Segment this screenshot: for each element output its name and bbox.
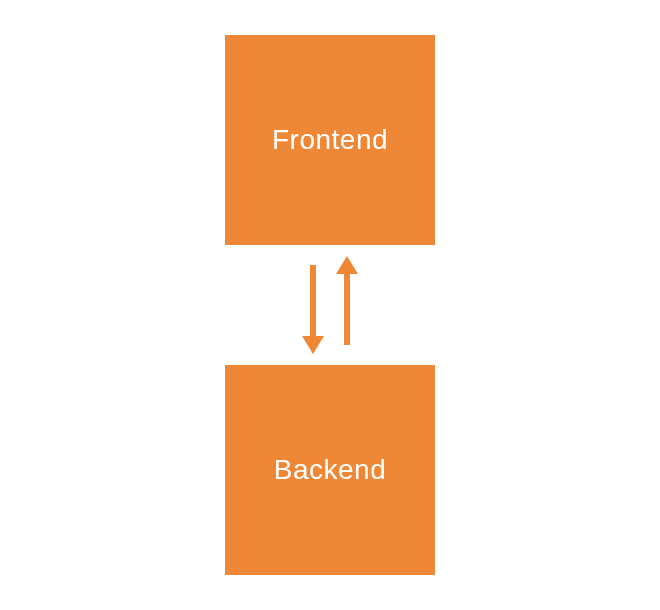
backend-box: Backend — [225, 365, 435, 575]
arrow-up-icon — [343, 258, 351, 352]
bidirectional-arrows — [225, 245, 435, 365]
arrow-down-shaft — [310, 265, 316, 345]
arrow-up-shaft — [344, 265, 350, 345]
frontend-label: Frontend — [272, 124, 388, 156]
frontend-box: Frontend — [225, 35, 435, 245]
arrow-down-head — [302, 336, 324, 354]
arrow-down-icon — [309, 258, 317, 352]
backend-label: Backend — [274, 454, 386, 486]
arrow-up-head — [336, 256, 358, 274]
two-tier-diagram: Frontend Backend — [225, 35, 435, 575]
